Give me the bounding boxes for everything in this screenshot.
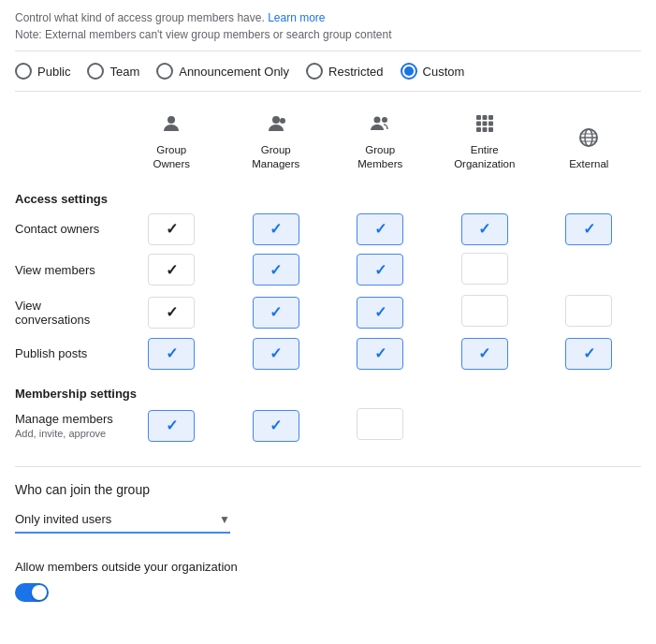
check-contact-owners-external[interactable]: ✓ [565,213,612,245]
svg-rect-7 [488,115,493,120]
check-contact-owners-group-managers[interactable]: ✓ [253,213,299,245]
check-view-members-external-none [543,254,590,285]
col-header-entire-org: EntireOrganization [432,109,537,179]
checkmark: ✓ [166,261,178,279]
check-view-conv-group-members[interactable]: ✓ [357,297,403,329]
check-contact-owners-entire-org[interactable]: ✓ [461,213,508,245]
col-label-group-managers: GroupManagers [252,144,299,169]
checkmark: ✓ [374,303,386,321]
check-view-conv-entire-org[interactable] [461,295,508,327]
note-text: Control what kind of access group member… [15,11,268,24]
col-label-entire-org: EntireOrganization [454,144,515,169]
group-icon [334,112,428,139]
table-row: Contact owners ✓ ✓ ✓ ✓ [15,210,641,249]
checkmark: ✓ [166,417,178,434]
checkmark: ✓ [166,344,178,362]
checkmark: ✓ [270,261,282,279]
access-table: GroupOwners GroupManagers [15,109,641,447]
allow-members-label: Allow members outside your organization [15,560,641,574]
table-row: View conversations ✓ ✓ ✓ [15,291,641,334]
check-publish-group-managers[interactable]: ✓ [253,338,299,370]
divider [15,466,641,467]
chevron-down-icon: ▼ [219,513,230,526]
svg-rect-6 [482,115,487,120]
check-publish-external[interactable]: ✓ [565,338,612,370]
check-view-members-group-owners[interactable]: ✓ [148,254,195,285]
checkmark: ✓ [478,344,490,362]
top-note: Control what kind of access group member… [15,11,641,41]
col-header-group-members: GroupMembers [328,109,433,179]
radio-circle-announcement [156,63,173,80]
check-view-members-group-managers[interactable]: ✓ [253,254,299,285]
toggle-thumb [32,585,47,600]
radio-announcement-only[interactable]: Announcement Only [156,63,306,80]
radio-group: Public Team Announcement Only Restricted… [15,51,641,92]
radio-circle-public [15,63,32,80]
svg-rect-8 [476,122,481,126]
svg-rect-10 [488,122,493,126]
check-view-members-entire-org[interactable] [461,253,508,285]
check-publish-group-members[interactable]: ✓ [357,338,403,370]
globe-icon [543,126,636,154]
who-join-dropdown[interactable]: Only invited users ▼ [15,508,230,534]
radio-team[interactable]: Team [87,63,156,80]
allow-members-toggle[interactable] [15,583,49,602]
radio-label-team: Team [109,65,139,79]
dropdown-value: Only invited users [15,508,230,530]
col-header-group-owners: GroupOwners [120,109,225,179]
svg-rect-9 [482,122,487,126]
svg-point-0 [168,116,175,124]
radio-public[interactable]: Public [15,63,87,80]
svg-rect-5 [476,115,481,120]
membership-settings-header: Membership settings [15,373,641,404]
check-publish-group-owners[interactable]: ✓ [148,338,195,370]
check-publish-entire-org[interactable]: ✓ [461,338,508,370]
row-label-contact-owners: Contact owners [15,210,120,249]
check-view-members-group-members[interactable]: ✓ [357,254,403,285]
radio-custom[interactable]: Custom [401,63,482,80]
check-manage-group-managers[interactable]: ✓ [253,410,299,442]
manage-members-sublabel: Add, invite, approve [15,428,106,439]
checkmark: ✓ [166,220,178,238]
col-label-group-owners: GroupOwners [153,144,190,169]
checkmark: ✓ [374,220,386,238]
radio-label-custom: Custom [423,65,465,79]
svg-point-4 [382,117,387,123]
radio-label-restricted: Restricted [328,65,384,79]
check-view-conv-group-managers[interactable]: ✓ [253,297,299,329]
access-settings-label: Access settings [15,192,108,206]
person-icon [125,112,219,139]
checkmark: ✓ [374,261,386,279]
row-label-publish-posts: Publish posts [15,334,120,373]
row-label-view-conversations: View conversations [15,291,120,334]
radio-restricted[interactable]: Restricted [306,63,401,80]
who-join-section-title: Who can join the group [15,482,641,497]
check-manage-group-members[interactable] [357,408,403,440]
checkmark: ✓ [270,220,282,238]
grid-icon [438,112,532,139]
learn-more-link[interactable]: Learn more [268,11,325,24]
svg-point-1 [272,116,280,124]
radio-label-announcement: Announcement Only [179,65,289,79]
table-row: Publish posts ✓ ✓ ✓ ✓ [15,334,641,373]
check-contact-owners-group-members[interactable]: ✓ [357,213,403,245]
radio-circle-custom [401,63,417,80]
check-view-conv-group-owners[interactable]: ✓ [148,297,195,329]
radio-circle-team [87,63,104,80]
checkmark: ✓ [270,303,282,321]
check-manage-group-owners[interactable]: ✓ [148,410,195,442]
checkmark: ✓ [270,344,282,362]
col-label-external: External [569,158,608,169]
check-contact-owners-group-owners[interactable]: ✓ [148,213,195,245]
checkmark: ✓ [166,303,178,321]
row-label-view-members: View members [15,249,120,291]
checkmark: ✓ [374,344,386,362]
check-manage-external-none [543,410,590,442]
table-row: Manage members Add, invite, approve ✓ ✓ [15,404,641,447]
access-settings-header: Access settings [15,179,641,210]
checkmark: ✓ [583,344,595,362]
svg-point-3 [374,117,381,124]
radio-label-public: Public [37,65,70,79]
check-view-conv-external[interactable] [565,295,612,327]
svg-rect-11 [476,127,481,132]
